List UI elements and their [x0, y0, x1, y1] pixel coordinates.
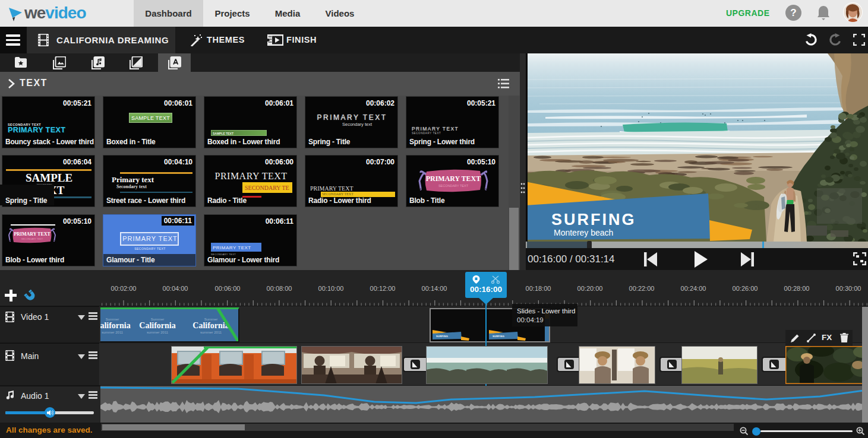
svg-text:PRIMARY TEXT: PRIMARY TEXT [14, 231, 50, 237]
svg-text:PRIMARY TEXT: PRIMARY TEXT [426, 174, 481, 183]
svg-text:SECONDARY TEXT: SECONDARY TEXT [438, 184, 469, 188]
svg-text:SURFING: SURFING [493, 335, 504, 338]
svg-text:SURFING: SURFING [436, 335, 448, 338]
svg-text:SECONDARY TEXT: SECONDARY TEXT [21, 237, 43, 240]
svg-text:Monterey beach: Monterey beach [554, 228, 613, 237]
svg-text:SURFING: SURFING [551, 211, 636, 228]
